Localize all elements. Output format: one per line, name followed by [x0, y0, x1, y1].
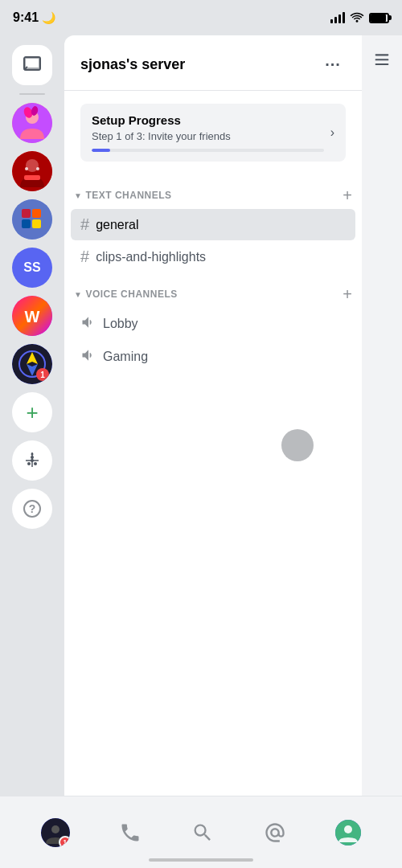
nav-mentions[interactable]	[264, 821, 286, 844]
right-edge-panel	[362, 35, 402, 868]
sidebar-avatar-2[interactable]	[12, 151, 52, 191]
messages-button[interactable]	[12, 45, 52, 85]
svg-rect-7	[24, 175, 40, 180]
channel-name-lobby: Lobby	[103, 317, 138, 331]
bottom-navigation: 1	[0, 796, 402, 868]
setup-content: Setup Progress Step 1 of 3: Invite your …	[92, 113, 324, 152]
svg-rect-32	[375, 54, 389, 55]
voice-icon-gaming	[80, 347, 96, 366]
server-name: sjonas's server	[80, 56, 185, 73]
voice-icon-lobby	[80, 314, 96, 334]
svg-rect-13	[22, 219, 31, 228]
channel-item-gaming[interactable]: Gaming	[71, 341, 355, 373]
add-text-channel-button[interactable]: +	[343, 187, 352, 203]
add-voice-channel-button[interactable]: +	[343, 286, 352, 302]
channel-item-clips[interactable]: # clips-and-highlights	[71, 241, 355, 272]
status-time: 9:41 🌙	[13, 10, 55, 25]
svg-rect-34	[375, 63, 389, 65]
time-display: 9:41	[13, 10, 39, 25]
channel-name-gaming: Gaming	[103, 350, 148, 364]
nav-profile-avatar	[335, 820, 361, 845]
svg-rect-14	[32, 219, 41, 228]
home-indicator	[149, 858, 253, 862]
hash-icon-general: #	[80, 215, 89, 234]
text-channels-header[interactable]: ▼ TEXT CHANNELS +	[64, 174, 362, 208]
svg-rect-33	[375, 59, 389, 60]
svg-point-8	[25, 167, 28, 170]
nav-friends[interactable]	[119, 821, 142, 844]
channel-item-general[interactable]: # general	[71, 209, 355, 240]
server-more-button[interactable]: ···	[320, 51, 346, 77]
svg-point-9	[36, 167, 39, 170]
nav-search[interactable]	[191, 821, 214, 844]
svg-text:1: 1	[40, 371, 45, 379]
signal-icon	[330, 12, 345, 23]
nav-home[interactable]: 1	[41, 818, 70, 847]
channel-item-lobby[interactable]: Lobby	[71, 308, 355, 340]
setup-title: Setup Progress	[92, 113, 324, 127]
svg-text:?: ?	[29, 502, 36, 515]
svg-rect-12	[32, 209, 41, 218]
add-server-button[interactable]: +	[12, 392, 52, 432]
sidebar-avatar-5[interactable]: W	[12, 296, 52, 336]
wifi-icon	[350, 11, 364, 25]
setup-chevron-icon: ›	[330, 125, 334, 140]
svg-point-36	[51, 825, 59, 833]
sidebar-divider	[19, 93, 45, 95]
svg-point-25	[27, 462, 31, 465]
collapse-text-channels-icon: ▼	[74, 191, 82, 200]
sidebar-avatar-6[interactable]: 1	[12, 344, 52, 384]
svg-rect-11	[22, 209, 31, 218]
sidebar-avatar-6-wrapper: 1	[12, 344, 52, 384]
server-header: sjonas's server ···	[64, 35, 362, 91]
progress-fill	[92, 149, 110, 152]
svg-point-26	[34, 462, 37, 465]
nav-home-avatar: 1	[41, 818, 70, 847]
left-sidebar: SS W	[0, 35, 64, 868]
hash-icon-clips: #	[80, 248, 89, 266]
nav-profile[interactable]	[335, 820, 361, 845]
main-channel-panel: sjonas's server ··· Setup Progress Step …	[64, 35, 362, 868]
scroll-indicator	[281, 429, 314, 461]
search-icon	[191, 821, 214, 844]
sidebar-avatar-1[interactable]	[12, 103, 52, 143]
voice-channels-header[interactable]: ▼ VOICE CHANNELS +	[64, 273, 362, 307]
mentions-icon	[264, 821, 286, 844]
svg-point-38	[344, 825, 352, 833]
sidebar-avatar-3[interactable]	[12, 199, 52, 240]
home-notification-badge: 1	[59, 836, 70, 847]
moon-icon: 🌙	[42, 11, 55, 24]
status-bar: 9:41 🌙	[0, 0, 402, 35]
svg-point-6	[26, 159, 39, 172]
setup-subtitle: Step 1 of 3: Invite your friends	[92, 130, 324, 142]
sidebar-avatar-4[interactable]: SS	[12, 248, 52, 288]
setup-progress-banner[interactable]: Setup Progress Step 1 of 3: Invite your …	[80, 104, 346, 162]
hamburger-icon[interactable]	[374, 51, 390, 71]
text-channels-label: ▼ TEXT CHANNELS	[74, 190, 172, 201]
friends-icon	[119, 821, 142, 844]
explore-button[interactable]	[12, 440, 52, 481]
progress-bar	[92, 149, 324, 152]
channel-name-clips: clips-and-highlights	[96, 250, 206, 264]
status-icons	[330, 11, 389, 25]
help-button[interactable]: ?	[12, 489, 52, 529]
channel-name-general: general	[96, 218, 138, 232]
svg-text:W: W	[25, 308, 40, 326]
svg-rect-10	[12, 199, 52, 240]
battery-icon	[369, 13, 389, 23]
collapse-voice-channels-icon: ▼	[74, 290, 82, 299]
voice-channels-label: ▼ VOICE CHANNELS	[74, 289, 178, 300]
